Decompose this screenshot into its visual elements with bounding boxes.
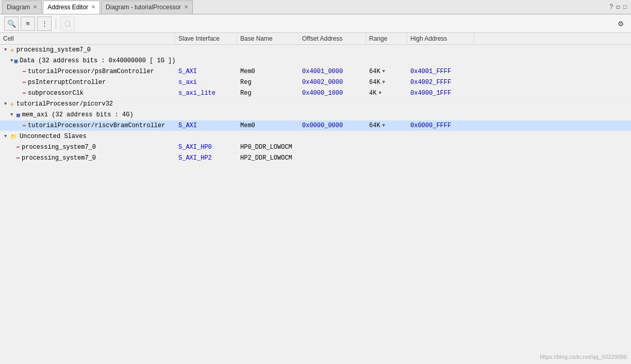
range-dropdown-icon[interactable]: ▼ [383, 80, 385, 85]
col-high-address: High Address [407, 33, 474, 44]
settings-button[interactable]: ⚙ [615, 18, 627, 30]
base-name-value: Mem0 [240, 68, 255, 75]
high-address-value: 0x4000_1FFF [410, 90, 451, 97]
range-dropdown-icon[interactable]: ▼ [383, 69, 385, 74]
slave-interface-value: S_AXI_HP0 [178, 144, 212, 151]
range-dropdown-icon[interactable]: ▼ [383, 123, 385, 128]
base-name-value: Reg [240, 90, 252, 97]
tab-address-editor-label: Address Editor [47, 4, 88, 11]
cell-label: Unconnected Slaves [20, 133, 87, 140]
tab-diagram-tutorial-label: Diagram - tutorialProcessor [106, 4, 181, 11]
cell-label: tutorialProcessor/picorv32 [16, 100, 113, 108]
cell-label: psInterruptController [28, 79, 106, 86]
col-base-name: Base Name [237, 33, 299, 44]
cell-label: processing_system7_0 [16, 46, 91, 54]
high-address-value: 0x4001_FFFF [410, 68, 451, 75]
tab-bar-right: ? ◻ □ [609, 3, 631, 11]
base-name-value: Mem0 [240, 122, 255, 129]
table-row[interactable]: ━psInterruptControllers_axiReg0x4002_000… [0, 77, 631, 88]
toolbar: 🔍 ≡ ⋮ 📋 ⚙ [0, 14, 631, 33]
cell-label: tutorialProcessor/riscvBramController [28, 122, 165, 129]
tab-diagram[interactable]: Diagram ✕ [2, 1, 42, 14]
chevron-icon[interactable]: ▼ [4, 47, 9, 53]
chevron-icon[interactable]: ▼ [10, 112, 15, 117]
slave-interface-value: s_axi [178, 79, 197, 86]
tab-diagram-tutorial[interactable]: Diagram - tutorialProcessor ✕ [101, 1, 193, 14]
table-row[interactable]: ▼▦Data (32 address bits : 0x40000000 [ 1… [0, 56, 631, 66]
col-slave-interface: Slave Interface [175, 33, 237, 44]
chevron-icon[interactable]: ▼ [10, 58, 13, 63]
toolbar-separator [56, 19, 56, 29]
tab-diagram-label: Diagram [7, 4, 30, 11]
table-row[interactable]: ━processing_system7_0S_AXI_HP0HP0_DDR_LO… [0, 142, 631, 153]
tab-diagram-tutorial-close[interactable]: ✕ [184, 5, 188, 10]
range-value: 64K [369, 79, 380, 86]
table-row[interactable]: ━tutorialProcessor/riscvBramControllerS_… [0, 120, 631, 131]
export-button[interactable]: 📋 [60, 16, 75, 31]
cell-label: processing_system7_0 [22, 144, 96, 151]
cell-label: Data (32 address bits : 0x40000000 [ 1G … [20, 57, 175, 64]
table-header: Cell Slave Interface Base Name Offset Ad… [0, 33, 631, 45]
table-row[interactable]: ▼✛tutorialProcessor/picorv32 [0, 99, 631, 110]
base-name-value: HP2_DDR_LOWOCM [240, 154, 292, 162]
table-row[interactable]: ▼✛processing_system7_0 [0, 45, 631, 56]
high-address-value: 0x4002_FFFF [410, 79, 451, 86]
tab-diagram-close[interactable]: ✕ [33, 5, 37, 10]
cell-label: mem_axi (32 address bits : 4G) [22, 111, 134, 118]
table-row[interactable]: ━tutorialProcessor/psBramControllerS_AXI… [0, 66, 631, 77]
collapse-icon: ≡ [26, 20, 30, 27]
search-button[interactable]: 🔍 [4, 16, 19, 31]
table-row[interactable]: ▼▦mem_axi (32 address bits : 4G) [0, 110, 631, 120]
address-tree: ▼✛processing_system7_0▼▦Data (32 address… [0, 45, 631, 164]
slave-interface-value: S_AXI [178, 68, 197, 75]
range-dropdown-icon[interactable]: ▼ [378, 91, 381, 96]
slave-interface-value: s_axi_lite [178, 90, 215, 97]
base-name-value: HP0_DDR_LOWOCM [240, 144, 292, 151]
tab-address-editor[interactable]: Address Editor ✕ [43, 1, 100, 14]
offset-address-value: 0x4001_0000 [302, 68, 343, 75]
offset-address-value: 0x4002_0000 [302, 79, 343, 86]
col-offset-address: Offset Address [299, 33, 366, 44]
gear-icon: ⚙ [618, 19, 623, 29]
offset-address-value: 0x4000_1000 [302, 90, 343, 97]
slave-interface-value: S_AXI_HP2 [178, 154, 212, 162]
base-name-value: Reg [240, 79, 252, 86]
table-row[interactable]: ━subprocessorClks_axi_liteReg0x4000_1000… [0, 88, 631, 99]
help-icon[interactable]: ? [609, 4, 613, 11]
watermark: https://blog.csdn.net/qq_50229006 [540, 354, 627, 360]
chevron-icon[interactable]: ▼ [4, 101, 9, 107]
offset-address-value: 0x0000_0000 [302, 122, 343, 129]
tab-bar: Diagram ✕ Address Editor ✕ Diagram - tut… [0, 0, 631, 14]
table-row[interactable]: ▼📁Unconnected Slaves [0, 131, 631, 142]
maximize-icon[interactable]: □ [623, 4, 627, 11]
cell-label: subprocessorClk [28, 90, 84, 97]
search-icon: 🔍 [7, 20, 16, 28]
cell-label: tutorialProcessor/psBramController [28, 68, 154, 75]
expand-icon: ⋮ [41, 20, 48, 27]
slave-interface-value: S_AXI [178, 122, 197, 129]
tab-address-editor-close[interactable]: ✕ [91, 5, 95, 10]
col-range: Range [366, 33, 407, 44]
col-cell: Cell [0, 33, 175, 44]
high-address-value: 0x0000_FFFF [410, 122, 451, 129]
range-value: 64K [369, 122, 380, 129]
range-value: 4K [369, 90, 376, 97]
restore-icon[interactable]: ◻ [617, 3, 620, 11]
chevron-icon[interactable]: ▼ [4, 134, 9, 139]
cell-label: processing_system7_0 [22, 154, 96, 162]
expand-all-button[interactable]: ⋮ [37, 16, 52, 31]
export-icon: 📋 [64, 20, 71, 27]
toolbar-right-area: ⚙ [615, 18, 627, 30]
collapse-all-button[interactable]: ≡ [21, 16, 35, 31]
table-row[interactable]: ━processing_system7_0S_AXI_HP2HP2_DDR_LO… [0, 153, 631, 164]
range-value: 64K [369, 68, 380, 75]
